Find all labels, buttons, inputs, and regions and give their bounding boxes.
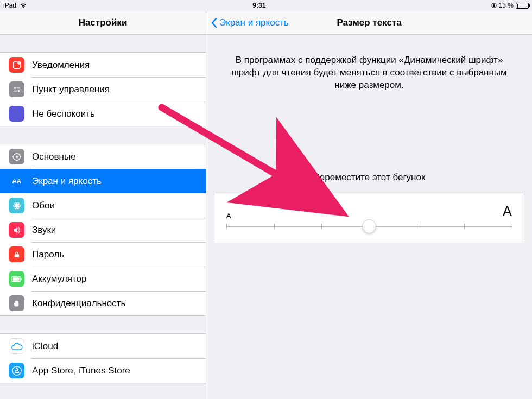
svg-rect-23 (12, 277, 19, 280)
sidebar-item-wallpaper[interactable]: Обои (0, 193, 206, 218)
sidebar-item-label: Аккумулятор (32, 274, 86, 284)
sidebar-item-privacy[interactable]: Конфиденциальность (0, 291, 206, 315)
detail-header: Экран и яркость Размер текста (206, 11, 532, 35)
orientation-lock-icon (491, 3, 497, 8)
sidebar-item-label: Конфиденциальность (32, 298, 125, 309)
appstore-icon (9, 363, 24, 378)
svg-rect-21 (14, 254, 18, 257)
sidebar-item-label: Пароль (32, 249, 64, 260)
slider-tick (226, 224, 227, 229)
sidebar-item-battery[interactable]: Аккумулятор (0, 267, 206, 291)
svg-rect-6 (13, 90, 17, 91)
lock-icon (9, 246, 24, 262)
slider-tick (274, 224, 275, 229)
svg-rect-4 (16, 87, 20, 88)
slider-tick (321, 224, 322, 229)
sidebar-item-label: Основные (32, 151, 76, 162)
svg-point-3 (14, 87, 16, 89)
sidebar-list[interactable]: УведомленияПункт управленияНе беспокоить… (0, 35, 206, 399)
sidebar-item-general[interactable]: Основные (0, 144, 206, 169)
device-label: iPad (3, 2, 16, 9)
hand-icon (9, 295, 24, 311)
sidebar-item-label: Пункт управления (32, 84, 110, 95)
sidebar-item-label: Экран и яркость (32, 176, 102, 187)
aa-icon: AA (9, 173, 24, 189)
small-a-label: A (226, 212, 231, 220)
wifi-icon (20, 3, 27, 8)
sidebar-item-display[interactable]: AAЭкран и яркость (0, 169, 206, 193)
clock: 9:31 (27, 2, 491, 9)
sidebar-item-label: Уведомления (32, 60, 90, 71)
sidebar-title: Настройки (79, 17, 128, 28)
slider-tick (464, 224, 465, 229)
large-a-label: A (503, 203, 512, 220)
sidebar-item-icloud[interactable]: iCloud (0, 334, 206, 358)
sidebar-item-label: App Store, iTunes Store (32, 365, 130, 376)
svg-point-5 (17, 90, 20, 92)
back-button[interactable]: Экран и яркость (211, 11, 289, 34)
sidebar-item-notifications[interactable]: Уведомления (0, 53, 206, 77)
gear-icon (9, 149, 24, 164)
description-text: В программах с поддержкой функции «Динам… (206, 35, 532, 92)
sidebar-item-label: Не беспокоить (32, 109, 95, 119)
status-bar: iPad 9:31 13 % (0, 0, 532, 11)
sidebar-item-sounds[interactable]: Звуки (0, 218, 206, 242)
cloud-icon (9, 338, 24, 354)
sidebar-item-stores[interactable]: App Store, iTunes Store (0, 358, 206, 383)
slider-tick (512, 224, 512, 229)
notifications-icon (9, 57, 24, 73)
sidebar-item-label: iCloud (32, 341, 58, 352)
control-icon (9, 81, 24, 97)
sidebar-header: Настройки (0, 11, 206, 35)
detail-pane: Экран и яркость Размер текста В программ… (206, 11, 532, 399)
text-size-slider[interactable] (226, 221, 512, 232)
back-label: Экран и яркость (219, 17, 289, 28)
svg-rect-24 (21, 278, 22, 280)
chevron-left-icon (211, 17, 217, 28)
sidebar-item-label: Звуки (32, 225, 56, 236)
moon-icon (9, 106, 24, 122)
svg-point-2 (17, 61, 20, 64)
settings-sidebar: Настройки УведомленияПункт управленияНе … (0, 11, 206, 399)
sidebar-item-passcode[interactable]: Пароль (0, 242, 206, 267)
speaker-icon (9, 222, 24, 238)
slider-knob[interactable] (362, 219, 376, 233)
slider-tick (417, 224, 417, 229)
sidebar-item-control-center[interactable]: Пункт управления (0, 77, 206, 102)
sidebar-item-dnd[interactable]: Не беспокоить (0, 102, 206, 126)
battery-icon (516, 3, 529, 9)
battery-icon (9, 271, 24, 287)
flower-icon (9, 198, 24, 213)
sidebar-item-label: Обои (32, 200, 55, 211)
svg-point-8 (15, 155, 17, 157)
slider-caption: Переместите этот бегунок (206, 172, 532, 183)
battery-percent: 13 % (499, 2, 514, 9)
text-size-slider-container: A A (214, 193, 524, 243)
